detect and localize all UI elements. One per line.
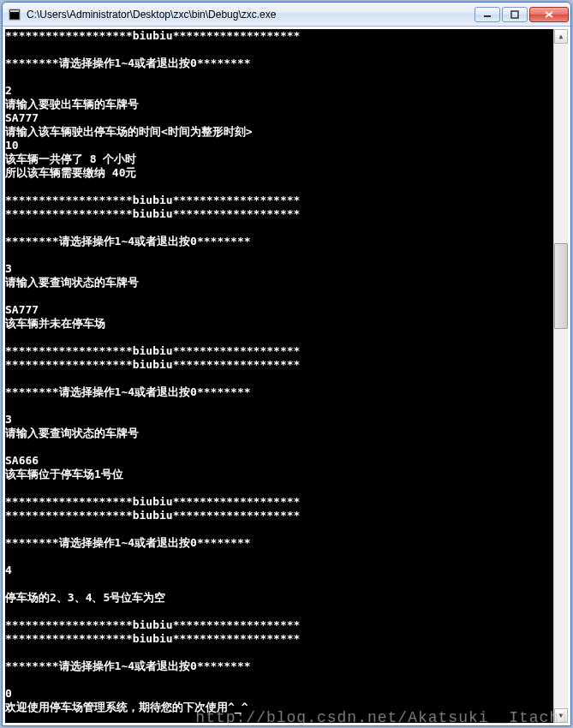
scroll-up-button[interactable]: ▲: [554, 29, 568, 44]
titlebar[interactable]: C:\Users\Administrator\Desktop\zxc\bin\D…: [3, 3, 570, 27]
maximize-button[interactable]: [502, 7, 528, 22]
minimize-button[interactable]: [475, 7, 500, 22]
window-title: C:\Users\Administrator\Desktop\zxc\bin\D…: [27, 9, 475, 21]
window-buttons: [475, 7, 569, 22]
client-area: *******************biubiu***************…: [5, 29, 568, 723]
app-icon: [8, 8, 21, 21]
close-button[interactable]: [529, 7, 569, 22]
console-output: *******************biubiu***************…: [5, 29, 553, 723]
svg-rect-3: [511, 11, 518, 18]
scroll-down-button[interactable]: ▼: [554, 708, 568, 723]
app-window: C:\Users\Administrator\Desktop\zxc\bin\D…: [2, 2, 571, 726]
scroll-thumb[interactable]: [554, 243, 568, 329]
vertical-scrollbar[interactable]: ▲ ▼: [553, 29, 568, 723]
scroll-track[interactable]: [554, 44, 568, 708]
svg-rect-1: [10, 10, 19, 12]
